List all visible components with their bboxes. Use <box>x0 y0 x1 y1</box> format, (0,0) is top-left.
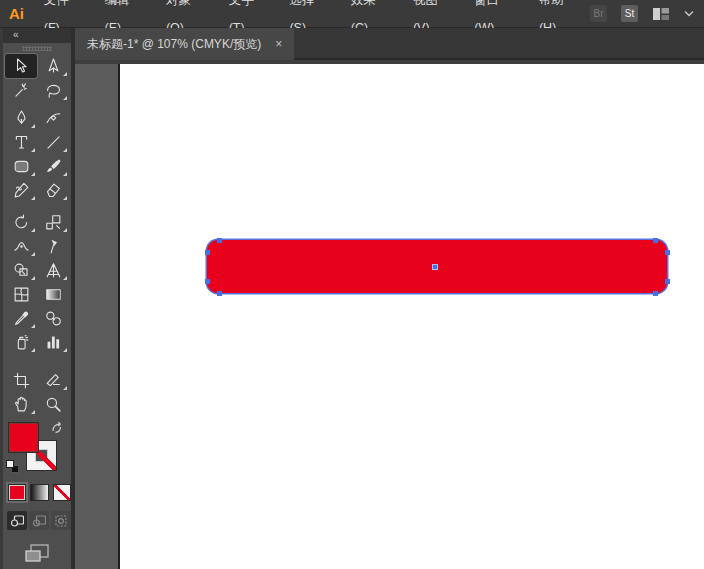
width-tool-icon <box>12 237 31 256</box>
shape-builder-tool[interactable] <box>5 258 37 282</box>
mesh-tool[interactable] <box>5 282 37 306</box>
type-tool-icon <box>12 133 31 152</box>
menubar: Ai 文件(F)编辑(E)对象(O)文字(T)选择(S)效果(C)视图(V)窗口… <box>0 0 704 28</box>
zoom-tool[interactable] <box>37 392 69 416</box>
menu-items: 文件(F)编辑(E)对象(O)文字(T)选择(S)效果(C)视图(V)窗口(W)… <box>33 0 590 27</box>
rectangle-tool[interactable] <box>5 154 37 178</box>
document-tab-label: 未标题-1* @ 107% (CMYK/预览) <box>87 36 261 53</box>
workspace-switcher-icon[interactable] <box>652 7 670 21</box>
tools-grid <box>5 54 69 416</box>
rotate-tool[interactable] <box>5 210 37 234</box>
screen-mode-button[interactable] <box>3 542 71 564</box>
puppet-warp-tool-icon <box>44 237 63 256</box>
shaper-tool-icon <box>12 181 31 200</box>
eyedropper-tool[interactable] <box>5 306 37 330</box>
canvas[interactable] <box>75 60 704 569</box>
selection-tool[interactable] <box>5 54 37 78</box>
gradient-button[interactable] <box>30 484 48 501</box>
collapse-panel-button[interactable]: « <box>3 28 71 43</box>
tab-close-icon[interactable]: × <box>275 38 282 50</box>
eraser-tool-icon <box>44 181 63 200</box>
hand-tool[interactable] <box>5 392 37 416</box>
perspective-grid-tool-icon <box>44 261 63 280</box>
selection-center-point[interactable] <box>432 264 438 270</box>
anchor-point-7[interactable] <box>653 291 658 296</box>
artboard-tool-icon <box>12 371 31 390</box>
curvature-tool[interactable] <box>37 106 69 130</box>
tool-group-2 <box>5 210 69 354</box>
tool-group-1 <box>5 106 69 202</box>
fill-swatch[interactable] <box>8 422 39 453</box>
stock-icon[interactable]: St <box>621 5 638 22</box>
type-tool[interactable] <box>5 130 37 154</box>
drawing-modes <box>3 511 71 530</box>
shaper-tool[interactable] <box>5 178 37 202</box>
eyedropper-tool-icon <box>12 309 31 328</box>
puppet-warp-tool[interactable] <box>37 234 69 258</box>
mesh-tool-icon <box>12 285 31 304</box>
paintbrush-tool-icon <box>44 157 63 176</box>
magic-wand-tool-icon <box>12 81 31 100</box>
swap-fill-stroke-icon[interactable] <box>50 420 66 436</box>
anchor-point-0[interactable] <box>217 238 222 243</box>
default-fill-stroke-icon[interactable] <box>6 460 20 474</box>
zoom-tool-icon <box>44 395 63 414</box>
panel-grip[interactable] <box>3 43 71 54</box>
draw-behind-button[interactable] <box>29 511 49 530</box>
anchor-point-4[interactable] <box>653 238 658 243</box>
magic-wand-tool[interactable] <box>5 78 37 102</box>
artboard-tool[interactable] <box>5 368 37 392</box>
illustrator-window: Ai 文件(F)编辑(E)对象(O)文字(T)选择(S)效果(C)视图(V)窗口… <box>0 0 704 569</box>
gradient-tool[interactable] <box>37 282 69 306</box>
bridge-icon[interactable]: Br <box>590 5 607 22</box>
shape-builder-tool-icon <box>12 261 31 280</box>
column-graph-tool[interactable] <box>37 330 69 354</box>
lasso-tool[interactable] <box>37 78 69 102</box>
perspective-grid-tool[interactable] <box>37 258 69 282</box>
selection-tool-icon <box>12 57 31 76</box>
direct-selection-tool[interactable] <box>37 54 69 78</box>
slice-tool[interactable] <box>37 368 69 392</box>
rectangle-tool-icon <box>12 157 31 176</box>
gradient-tool-icon <box>44 285 63 304</box>
rotate-tool-icon <box>12 213 31 232</box>
tool-panel: « <box>0 28 75 569</box>
lasso-tool-icon <box>44 81 63 100</box>
hand-tool-icon <box>12 395 31 414</box>
document-tabbar: 未标题-1* @ 107% (CMYK/预览) × <box>75 28 704 60</box>
pen-tool-icon <box>12 109 31 128</box>
none-button[interactable] <box>53 484 71 501</box>
column-graph-tool-icon <box>44 333 63 352</box>
blend-tool[interactable] <box>37 306 69 330</box>
tool-group-3 <box>5 368 69 416</box>
anchor-point-5[interactable] <box>665 250 670 255</box>
color-button[interactable] <box>8 484 26 501</box>
eraser-tool[interactable] <box>37 178 69 202</box>
pen-tool[interactable] <box>5 106 37 130</box>
scale-tool[interactable] <box>37 210 69 234</box>
anchor-point-2[interactable] <box>205 279 210 284</box>
symbol-sprayer-tool[interactable] <box>5 330 37 354</box>
scale-tool-icon <box>44 213 63 232</box>
slice-tool-icon <box>44 371 63 390</box>
anchor-point-3[interactable] <box>217 291 222 296</box>
line-segment-tool-icon <box>44 133 63 152</box>
draw-normal-button[interactable] <box>7 511 27 530</box>
width-tool[interactable] <box>5 234 37 258</box>
curvature-tool-icon <box>44 109 63 128</box>
line-segment-tool[interactable] <box>37 130 69 154</box>
anchor-point-6[interactable] <box>665 279 670 284</box>
document-tab[interactable]: 未标题-1* @ 107% (CMYK/预览) × <box>75 28 294 60</box>
appearance-buttons <box>3 484 71 501</box>
symbol-sprayer-tool-icon <box>12 333 31 352</box>
blend-tool-icon <box>44 309 63 328</box>
chevron-down-icon[interactable] <box>684 10 694 17</box>
draw-inside-button[interactable] <box>51 511 71 530</box>
anchor-point-1[interactable] <box>205 250 210 255</box>
direct-selection-tool-icon <box>44 57 63 76</box>
fill-stroke-group <box>3 422 71 484</box>
app-logo: Ai <box>0 5 33 22</box>
artboard[interactable] <box>118 64 704 569</box>
canvas-top-edge <box>75 60 704 64</box>
paintbrush-tool[interactable] <box>37 154 69 178</box>
